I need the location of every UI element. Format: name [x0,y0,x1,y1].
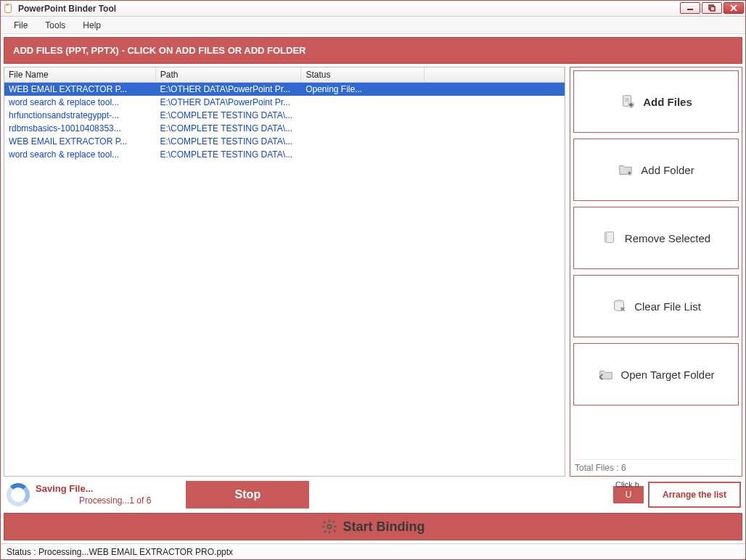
cell-status: Opening File... [301,83,425,96]
menu-tools[interactable]: Tools [38,18,73,33]
cell-path: E:\COMPLETE TESTING DATA\... [155,135,301,148]
cell-status [301,109,425,122]
close-button[interactable] [724,2,744,14]
app-icon [4,4,14,14]
open-target-label: Open Target Folder [621,368,715,381]
svg-point-30 [328,525,331,528]
cell-status [301,148,425,161]
arrange-list-button[interactable]: Arrange the list [648,482,741,508]
svg-rect-17 [604,232,607,243]
cell-path: E:\COMPLETE TESTING DATA\... [155,109,301,122]
cell-spare [425,96,565,109]
table-row-empty [4,265,565,277]
table-row-empty [4,358,565,370]
cell-spare [425,122,565,135]
table-row-empty [4,324,565,335]
status-text: Status : Processing...WEB EMAIL EXTRACTO… [7,547,233,557]
start-binding-button[interactable]: Start Binding [4,513,742,540]
cell-spare [425,83,565,96]
column-header-spare[interactable] [425,67,565,83]
table-row[interactable]: word search & replace tool...E:\OTHER DA… [4,96,565,109]
svg-rect-23 [329,531,330,534]
table-row-empty [4,416,565,428]
svg-rect-28 [332,520,335,523]
svg-rect-1 [7,4,9,5]
table-row-empty [4,196,565,207]
instruction-banner: ADD FILES (PPT, PPTX) - CLICK ON ADD FIL… [4,37,742,64]
table-row-empty [4,184,565,196]
add-folder-button[interactable]: Add Folder [573,139,739,201]
table-row-empty [4,277,565,289]
cell-name: rdbmsbasics-10010408353... [4,122,155,135]
cell-status [301,96,425,109]
table-row-empty [4,312,565,324]
cell-path: E:\OTHER DATA\PowerPoint Pr... [155,83,301,96]
cell-path: E:\COMPLETE TESTING DATA\... [155,122,301,135]
cell-spare [425,148,565,161]
progress-bar-area: Saving File... Processing...1 of 6 Stop … [4,479,742,510]
svg-rect-22 [329,519,330,522]
status-bar: Status : Processing...WEB EMAIL EXTRACTO… [1,543,745,559]
column-header-status[interactable]: Status [301,67,425,83]
maximize-button[interactable] [702,2,722,14]
title-bar: PowerPoint Binder Tool [1,1,745,17]
minimize-button[interactable] [680,2,700,14]
folder-add-icon [618,162,634,178]
column-header-name[interactable]: File Name [4,67,155,83]
menu-bar: File Tools Help [1,17,745,34]
cell-name: WEB EMAIL EXTRACTOR P... [4,83,155,96]
svg-rect-27 [332,530,335,532]
open-target-folder-button[interactable]: Open Target Folder [573,343,739,405]
table-row-empty [4,231,565,242]
svg-rect-26 [323,521,326,524]
clear-icon [611,298,627,314]
add-files-button[interactable]: Add Files [573,70,739,133]
saving-file-label: Saving File... [36,483,151,495]
table-row-empty [4,289,565,300]
gear-icon [321,519,337,535]
menu-help[interactable]: Help [75,18,108,33]
remove-icon [602,230,618,246]
window-title: PowerPoint Binder Tool [18,4,116,14]
spinner-icon [7,483,30,506]
table-row-empty [4,347,565,358]
table-row-empty [4,173,565,184]
table-row[interactable]: WEB EMAIL EXTRACTOR P...E:\OTHER DATA\Po… [4,83,565,96]
table-row-empty [4,428,565,440]
table-row[interactable]: WEB EMAIL EXTRACTOR P...E:\COMPLETE TEST… [4,135,565,148]
table-row-empty [4,300,565,312]
cell-status [301,135,425,148]
cell-spare [425,109,565,122]
table-row-empty [4,370,565,382]
table-row[interactable]: word search & replace tool...E:\COMPLETE… [4,148,565,161]
table-row[interactable]: rdbmsbasics-10010408353...E:\COMPLETE TE… [4,122,565,135]
table-row-empty [4,405,565,416]
column-header-path[interactable]: Path [155,67,301,83]
cell-spare [425,135,565,148]
table-row-empty [4,207,565,219]
clear-list-label: Clear File List [634,300,701,313]
table-row[interactable]: hrfunctionsandstrategyppt-...E:\COMPLETE… [4,109,565,122]
cell-path: E:\COMPLETE TESTING DATA\... [155,148,301,161]
menu-file[interactable]: File [7,18,35,33]
stop-button[interactable]: Stop [186,481,309,508]
cell-path: E:\OTHER DATA\PowerPoint Pr... [155,96,301,109]
cell-status [301,122,425,135]
open-folder-icon [598,366,614,382]
table-row-empty [4,335,565,347]
cell-name: hrfunctionsandstrategyppt-... [4,109,155,122]
svg-rect-29 [324,530,327,533]
file-table[interactable]: File Name Path Status WEB EMAIL EXTRACTO… [4,67,565,477]
table-row-empty [4,242,565,254]
side-panel: Add Files Add Folder Remove Selected Cle… [570,67,742,477]
table-row-empty [4,254,565,265]
svg-rect-24 [321,526,324,527]
clear-list-button[interactable]: Clear File List [573,275,739,337]
remove-selected-label: Remove Selected [625,232,710,244]
cell-name: word search & replace tool... [4,148,155,161]
processing-count-label: Processing...1 of 6 [79,495,151,507]
cell-name: word search & replace tool... [4,96,155,109]
svg-rect-4 [710,7,715,11]
click-hint-label: Click h [615,480,639,489]
remove-selected-button[interactable]: Remove Selected [573,207,739,269]
